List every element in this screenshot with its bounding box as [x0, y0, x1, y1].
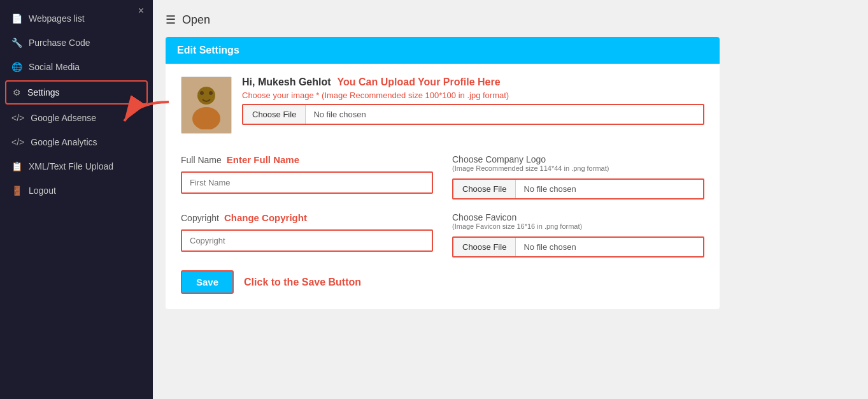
company-logo-file-input[interactable]: Choose File No file chosen [452, 178, 704, 200]
profile-file-input[interactable]: Choose File No file chosen [242, 104, 704, 125]
fullname-input[interactable] [181, 171, 433, 194]
fullname-label: Full Name [181, 155, 222, 165]
profile-section: Hi, Mukesh Gehlot You Can Upload Your Pr… [181, 76, 704, 140]
webpages-icon: 📄 [11, 13, 22, 24]
sidebar-item-social-media[interactable]: 🌐 Social Media [0, 55, 153, 79]
save-button[interactable]: Save [181, 270, 234, 294]
save-section: Save Click to the Save Button [181, 270, 704, 294]
favicon-no-file: No file chosen [516, 238, 703, 256]
sidebar-item-purchase-code[interactable]: 🔧 Purchase Code [0, 31, 153, 55]
favicon-group: Choose Favicon (Image Favicon size 16*16… [452, 212, 704, 258]
fullname-label-row: Full Name Enter Full Name [181, 154, 433, 165]
copyright-label-row: Copyright Change Copyright [181, 212, 433, 223]
social-icon: 🌐 [11, 62, 22, 72]
card-title: Edit Settings [177, 45, 239, 55]
sidebar-item-label: Logout [29, 185, 56, 196]
fullname-hint: Enter Full Name [227, 154, 299, 165]
company-logo-group: Choose Company Logo (Image Recommended s… [452, 154, 704, 200]
page-title: Open [182, 13, 210, 27]
logout-icon: 🚪 [11, 185, 22, 196]
favicon-label: Choose Favicon [452, 212, 704, 222]
fullname-group: Full Name Enter Full Name [181, 154, 433, 200]
settings-icon: ⚙ [13, 87, 21, 98]
favicon-btn[interactable]: Choose File [453, 238, 516, 256]
sidebar-item-google-adsense[interactable]: </> Google Adsense [0, 106, 153, 130]
copyright-group: Copyright Change Copyright [181, 212, 433, 258]
sidebar-item-label: Google Analytics [31, 137, 97, 147]
company-logo-note: (Image Recommended size 114*44 in .png f… [452, 164, 704, 172]
analytics-icon: </> [11, 137, 24, 147]
sidebar-item-label: XML/Text File Upload [29, 161, 113, 171]
svg-point-2 [192, 107, 220, 129]
company-logo-no-file: No file chosen [516, 180, 703, 198]
card-header: Edit Settings [166, 37, 720, 64]
close-icon[interactable]: × [138, 5, 144, 17]
profile-greeting: Hi, Mukesh Gehlot You Can Upload Your Pr… [242, 76, 704, 88]
profile-info: Hi, Mukesh Gehlot You Can Upload Your Pr… [242, 76, 704, 125]
profile-choose-file-btn[interactable]: Choose File [243, 105, 306, 124]
sidebar-item-label: Social Media [29, 62, 80, 72]
favicon-note: (Image Favicon size 16*16 in .png format… [452, 222, 704, 230]
svg-point-3 [200, 91, 204, 95]
page-header: ☰ Open [166, 13, 855, 27]
sidebar-item-google-analytics[interactable]: </> Google Analytics [0, 130, 153, 154]
settings-card: Edit Settings Hi, Mukesh Ge [166, 37, 720, 309]
sidebar-item-xml-upload[interactable]: 📋 XML/Text File Upload [0, 154, 153, 178]
profile-upload-hint: You Can Upload Your Profile Here [338, 76, 501, 88]
sidebar-item-label: Google Adsense [31, 113, 96, 123]
sidebar-item-settings[interactable]: ⚙ Settings [5, 80, 148, 105]
profile-img-label: Choose your image * (Image Recommended s… [242, 91, 704, 100]
copyright-hint: Change Copyright [224, 212, 307, 223]
adsense-icon: </> [11, 113, 24, 123]
sidebar-item-label: Webpages list [29, 13, 85, 24]
sidebar-item-webpages-list[interactable]: 📄 Webpages list [0, 6, 153, 31]
company-logo-label: Choose Company Logo [452, 154, 704, 164]
profile-file-chosen: No file chosen [306, 105, 703, 124]
company-logo-label-row: Choose Company Logo (Image Recommended s… [452, 154, 704, 172]
copyright-input[interactable] [181, 229, 433, 252]
favicon-label-row: Choose Favicon (Image Favicon size 16*16… [452, 212, 704, 230]
profile-name: Hi, Mukesh Gehlot [242, 76, 331, 88]
copyright-label: Copyright [181, 213, 219, 223]
svg-point-4 [209, 91, 213, 95]
xml-icon: 📋 [11, 161, 22, 171]
hamburger-icon[interactable]: ☰ [166, 13, 176, 27]
sidebar: × 📄 Webpages list 🔧 Purchase Code 🌐 Soci… [0, 0, 153, 399]
purchase-icon: 🔧 [11, 38, 22, 48]
main-content: ☰ Open Edit Settings [153, 0, 868, 399]
form-grid: Full Name Enter Full Name Choose Company… [181, 154, 704, 258]
favicon-file-input[interactable]: Choose File No file chosen [452, 236, 704, 258]
card-body: Hi, Mukesh Gehlot You Can Upload Your Pr… [166, 64, 720, 309]
avatar [181, 76, 232, 134]
sidebar-item-logout[interactable]: 🚪 Logout [0, 178, 153, 203]
save-hint: Click to the Save Button [244, 277, 361, 288]
sidebar-item-label: Settings [27, 87, 60, 98]
company-logo-btn[interactable]: Choose File [453, 180, 516, 198]
sidebar-item-label: Purchase Code [29, 38, 90, 48]
